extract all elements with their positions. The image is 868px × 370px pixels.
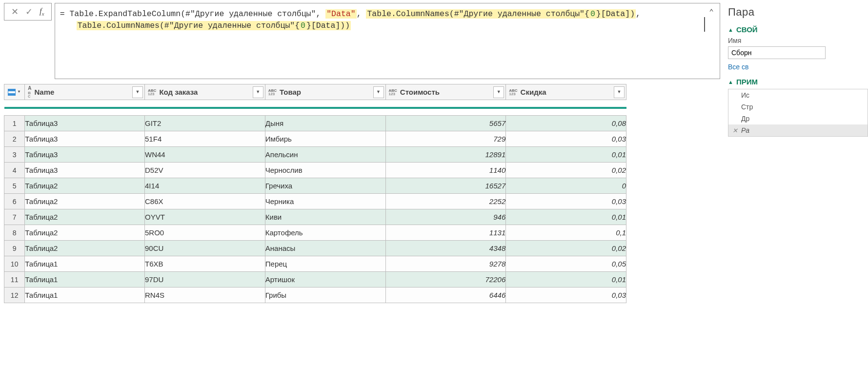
cell[interactable]: Грибы: [265, 288, 385, 303]
cell[interactable]: 4I14: [145, 178, 265, 194]
cell[interactable]: Таблица2: [25, 194, 145, 209]
cell[interactable]: Апельсин: [265, 147, 385, 163]
cell[interactable]: Таблица1: [25, 288, 145, 303]
cell[interactable]: OYVT: [145, 209, 265, 225]
cell[interactable]: 0,02: [506, 241, 626, 256]
table-row[interactable]: 6Таблица2C86XЧерника22520,03: [4, 194, 626, 209]
row-number[interactable]: 4: [4, 163, 25, 178]
cell[interactable]: 0,02: [506, 163, 626, 178]
cell[interactable]: 0: [506, 178, 626, 194]
table-row[interactable]: 10Таблица1T6XBПерец92780,05: [4, 256, 626, 272]
accept-formula-icon[interactable]: ✓: [25, 7, 33, 16]
cell[interactable]: 729: [385, 131, 506, 147]
cell[interactable]: C86X: [145, 194, 265, 209]
row-number[interactable]: 10: [4, 256, 25, 272]
row-number[interactable]: 1: [4, 116, 25, 131]
cell[interactable]: Ананасы: [265, 241, 385, 256]
cell[interactable]: Черника: [265, 194, 385, 209]
table-row[interactable]: 12Таблица1RN4SГрибы64460,03: [4, 288, 626, 303]
table-row[interactable]: 7Таблица2OYVTКиви9460,01: [4, 209, 626, 225]
cell[interactable]: 97DU: [145, 272, 265, 288]
cell[interactable]: Таблица3: [25, 116, 145, 131]
applied-step[interactable]: ✕Ра: [728, 124, 868, 136]
column-header-discount[interactable]: ABC123 Скидка ▼: [506, 84, 626, 100]
cell[interactable]: 6446: [385, 288, 506, 303]
row-number[interactable]: 5: [4, 178, 25, 194]
cell[interactable]: Таблица2: [25, 241, 145, 256]
applied-step[interactable]: Др: [728, 113, 868, 124]
cell[interactable]: Таблица3: [25, 147, 145, 163]
cell[interactable]: 16527: [385, 178, 506, 194]
cell[interactable]: 0,01: [506, 272, 626, 288]
column-header-order-code[interactable]: ABC123 Код заказа ▼: [145, 84, 265, 100]
table-row[interactable]: 1Таблица3GIT2Дыня56570,08: [4, 116, 626, 131]
cell[interactable]: 0,1: [506, 225, 626, 241]
cell[interactable]: 5657: [385, 116, 506, 131]
expand-formula-icon[interactable]: ⌃: [707, 8, 716, 17]
table-row[interactable]: 4Таблица3D52VЧернослив11400,02: [4, 163, 626, 178]
table-row[interactable]: 5Таблица24I14Гречиха165270: [4, 178, 626, 194]
cell[interactable]: 0,08: [506, 116, 626, 131]
column-header-name[interactable]: Name ▼: [25, 84, 145, 100]
cell[interactable]: Киви: [265, 209, 385, 225]
cell[interactable]: Таблица2: [25, 225, 145, 241]
row-number[interactable]: 3: [4, 147, 25, 163]
cell[interactable]: Дыня: [265, 116, 385, 131]
cell[interactable]: Имбирь: [265, 131, 385, 147]
applied-step[interactable]: Стр: [728, 101, 868, 113]
cell[interactable]: 51F4: [145, 131, 265, 147]
column-header-cost[interactable]: ABC123 Стоимость ▼: [385, 84, 506, 100]
cell[interactable]: Таблица2: [25, 209, 145, 225]
all-properties-link[interactable]: Все св: [728, 63, 868, 71]
applied-steps-section-header[interactable]: ▲ПРИМ: [728, 78, 868, 86]
cell[interactable]: 1131: [385, 225, 506, 241]
row-number[interactable]: 6: [4, 194, 25, 209]
delete-step-icon[interactable]: ✕: [732, 127, 739, 134]
cell[interactable]: Перец: [265, 256, 385, 272]
cell[interactable]: Чернослив: [265, 163, 385, 178]
cell[interactable]: Гречиха: [265, 178, 385, 194]
cell[interactable]: 2252: [385, 194, 506, 209]
cell[interactable]: 1140: [385, 163, 506, 178]
column-filter-dropdown-icon[interactable]: ▼: [132, 86, 143, 98]
column-filter-dropdown-icon[interactable]: ▼: [373, 86, 384, 98]
cell[interactable]: Картофель: [265, 225, 385, 241]
cell[interactable]: GIT2: [145, 116, 265, 131]
cell[interactable]: 5RO0: [145, 225, 265, 241]
cell[interactable]: Таблица3: [25, 131, 145, 147]
cancel-formula-icon[interactable]: ✕: [11, 7, 19, 16]
row-number[interactable]: 7: [4, 209, 25, 225]
cell[interactable]: 4348: [385, 241, 506, 256]
column-header-product[interactable]: ABC123 Товар ▼: [265, 84, 385, 100]
cell[interactable]: WN44: [145, 147, 265, 163]
table-row[interactable]: 8Таблица25RO0Картофель11310,1: [4, 225, 626, 241]
cell[interactable]: 0,03: [506, 288, 626, 303]
cell[interactable]: Таблица1: [25, 256, 145, 272]
cell[interactable]: 0,01: [506, 209, 626, 225]
table-row[interactable]: 11Таблица197DUАртишок722060,01: [4, 272, 626, 288]
cell[interactable]: 72206: [385, 272, 506, 288]
formula-bar[interactable]: = Table.ExpandTableColumn(#"Другие удале…: [55, 3, 720, 79]
cell[interactable]: 0,05: [506, 256, 626, 272]
table-menu-dropdown-icon[interactable]: ▾: [17, 87, 21, 98]
cell[interactable]: D52V: [145, 163, 265, 178]
cell[interactable]: 9278: [385, 256, 506, 272]
row-number[interactable]: 8: [4, 225, 25, 241]
cell[interactable]: Таблица3: [25, 163, 145, 178]
fx-icon[interactable]: fx: [40, 7, 44, 17]
table-row[interactable]: 2Таблица351F4Имбирь7290,03: [4, 131, 626, 147]
column-filter-dropdown-icon[interactable]: ▼: [614, 86, 625, 98]
column-filter-dropdown-icon[interactable]: ▼: [253, 86, 263, 98]
table-row[interactable]: 9Таблица290CUАнанасы43480,02: [4, 241, 626, 256]
cell[interactable]: Таблица2: [25, 178, 145, 194]
table-row[interactable]: 3Таблица3WN44Апельсин128910,01: [4, 147, 626, 163]
cell[interactable]: Артишок: [265, 272, 385, 288]
cell[interactable]: 90CU: [145, 241, 265, 256]
row-number[interactable]: 2: [4, 131, 25, 147]
cell[interactable]: 12891: [385, 147, 506, 163]
cell[interactable]: Таблица1: [25, 272, 145, 288]
cell[interactable]: 0,03: [506, 131, 626, 147]
cell[interactable]: RN4S: [145, 288, 265, 303]
applied-step[interactable]: Ис: [728, 89, 868, 101]
cell[interactable]: 0,03: [506, 194, 626, 209]
